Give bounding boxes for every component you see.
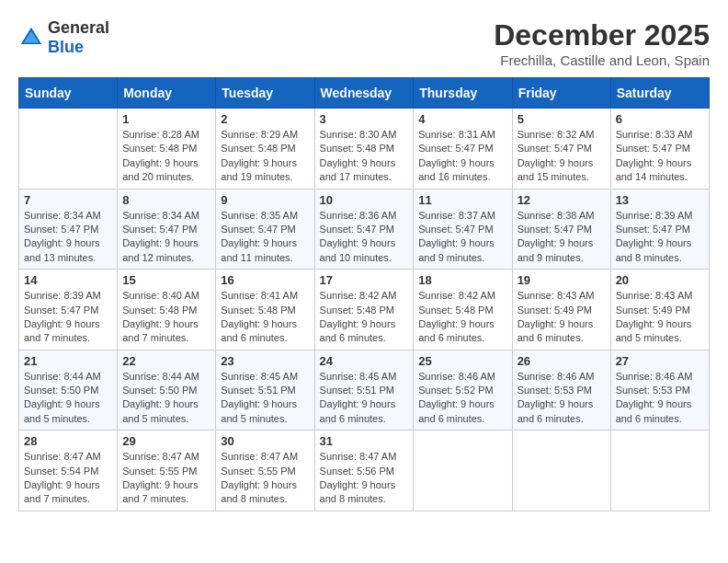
logo-general: General xyxy=(48,18,109,37)
day-info: Sunrise: 8:31 AM Sunset: 5:47 PM Dayligh… xyxy=(418,128,506,185)
calendar-week-row: 28Sunrise: 8:47 AM Sunset: 5:54 PM Dayli… xyxy=(19,431,710,511)
day-info: Sunrise: 8:39 AM Sunset: 5:47 PM Dayligh… xyxy=(24,289,112,346)
day-number: 10 xyxy=(320,193,409,207)
table-row: 1Sunrise: 8:28 AM Sunset: 5:48 PM Daylig… xyxy=(118,109,216,190)
calendar-header-row: Sunday Monday Tuesday Wednesday Thursday… xyxy=(19,78,710,109)
day-info: Sunrise: 8:43 AM Sunset: 5:49 PM Dayligh… xyxy=(616,289,704,346)
table-row: 7Sunrise: 8:34 AM Sunset: 5:47 PM Daylig… xyxy=(19,189,118,270)
day-number: 5 xyxy=(518,112,606,126)
calendar-week-row: 21Sunrise: 8:44 AM Sunset: 5:50 PM Dayli… xyxy=(19,350,710,431)
day-info: Sunrise: 8:37 AM Sunset: 5:47 PM Dayligh… xyxy=(418,209,506,266)
day-number: 7 xyxy=(24,193,112,207)
day-info: Sunrise: 8:46 AM Sunset: 5:52 PM Dayligh… xyxy=(418,370,506,427)
day-number: 1 xyxy=(122,112,210,126)
day-number: 28 xyxy=(24,434,112,448)
day-info: Sunrise: 8:30 AM Sunset: 5:48 PM Dayligh… xyxy=(320,128,409,185)
table-row: 30Sunrise: 8:47 AM Sunset: 5:55 PM Dayli… xyxy=(216,431,314,511)
day-number: 30 xyxy=(221,434,309,448)
table-row: 22Sunrise: 8:44 AM Sunset: 5:50 PM Dayli… xyxy=(118,350,216,431)
table-row: 12Sunrise: 8:38 AM Sunset: 5:47 PM Dayli… xyxy=(512,189,610,270)
day-info: Sunrise: 8:42 AM Sunset: 5:48 PM Dayligh… xyxy=(320,289,409,346)
day-number: 17 xyxy=(320,273,409,287)
col-tuesday: Tuesday xyxy=(216,78,314,109)
table-row: 5Sunrise: 8:32 AM Sunset: 5:47 PM Daylig… xyxy=(512,109,610,190)
day-info: Sunrise: 8:46 AM Sunset: 5:53 PM Dayligh… xyxy=(518,370,606,427)
table-row: 17Sunrise: 8:42 AM Sunset: 5:48 PM Dayli… xyxy=(314,270,414,350)
calendar-table: Sunday Monday Tuesday Wednesday Thursday… xyxy=(18,77,710,511)
day-number: 18 xyxy=(418,273,506,287)
day-info: Sunrise: 8:45 AM Sunset: 5:51 PM Dayligh… xyxy=(221,370,309,427)
table-row: 27Sunrise: 8:46 AM Sunset: 5:53 PM Dayli… xyxy=(610,350,709,431)
day-info: Sunrise: 8:32 AM Sunset: 5:47 PM Dayligh… xyxy=(518,128,606,185)
month-title: December 2025 xyxy=(494,18,710,52)
day-info: Sunrise: 8:39 AM Sunset: 5:47 PM Dayligh… xyxy=(616,209,704,266)
col-friday: Friday xyxy=(512,78,610,109)
day-info: Sunrise: 8:40 AM Sunset: 5:48 PM Dayligh… xyxy=(122,289,210,346)
table-row: 14Sunrise: 8:39 AM Sunset: 5:47 PM Dayli… xyxy=(19,270,118,350)
col-saturday: Saturday xyxy=(610,78,709,109)
day-info: Sunrise: 8:36 AM Sunset: 5:47 PM Dayligh… xyxy=(320,209,409,266)
table-row: 29Sunrise: 8:47 AM Sunset: 5:55 PM Dayli… xyxy=(118,431,216,511)
title-block: December 2025 Frechilla, Castille and Le… xyxy=(494,18,710,68)
day-number: 12 xyxy=(518,193,606,207)
table-row: 21Sunrise: 8:44 AM Sunset: 5:50 PM Dayli… xyxy=(19,350,118,431)
col-monday: Monday xyxy=(118,78,216,109)
day-number: 19 xyxy=(518,273,606,287)
day-info: Sunrise: 8:44 AM Sunset: 5:50 PM Dayligh… xyxy=(24,370,112,427)
table-row: 26Sunrise: 8:46 AM Sunset: 5:53 PM Dayli… xyxy=(512,350,610,431)
table-row: 28Sunrise: 8:47 AM Sunset: 5:54 PM Dayli… xyxy=(19,431,118,511)
day-number: 27 xyxy=(616,354,704,368)
table-row: 3Sunrise: 8:30 AM Sunset: 5:48 PM Daylig… xyxy=(314,109,414,190)
day-number: 21 xyxy=(24,354,112,368)
day-number: 29 xyxy=(122,434,210,448)
day-info: Sunrise: 8:28 AM Sunset: 5:48 PM Dayligh… xyxy=(122,128,210,185)
day-info: Sunrise: 8:47 AM Sunset: 5:55 PM Dayligh… xyxy=(122,450,210,507)
day-number: 23 xyxy=(221,354,309,368)
day-number: 20 xyxy=(616,273,704,287)
day-info: Sunrise: 8:44 AM Sunset: 5:50 PM Dayligh… xyxy=(122,370,210,427)
day-info: Sunrise: 8:41 AM Sunset: 5:48 PM Dayligh… xyxy=(221,289,309,346)
col-wednesday: Wednesday xyxy=(314,78,414,109)
table-row xyxy=(512,431,610,511)
day-number: 24 xyxy=(320,354,409,368)
table-row: 8Sunrise: 8:34 AM Sunset: 5:47 PM Daylig… xyxy=(118,189,216,270)
col-thursday: Thursday xyxy=(414,78,512,109)
day-number: 8 xyxy=(122,193,210,207)
table-row: 19Sunrise: 8:43 AM Sunset: 5:49 PM Dayli… xyxy=(512,270,610,350)
day-number: 22 xyxy=(122,354,210,368)
table-row: 16Sunrise: 8:41 AM Sunset: 5:48 PM Dayli… xyxy=(216,270,314,350)
table-row: 20Sunrise: 8:43 AM Sunset: 5:49 PM Dayli… xyxy=(610,270,709,350)
page-header: General Blue December 2025 Frechilla, Ca… xyxy=(18,18,710,68)
day-number: 13 xyxy=(616,193,704,207)
day-number: 6 xyxy=(616,112,704,126)
day-number: 9 xyxy=(221,193,309,207)
calendar-week-row: 1Sunrise: 8:28 AM Sunset: 5:48 PM Daylig… xyxy=(19,109,710,190)
day-info: Sunrise: 8:47 AM Sunset: 5:56 PM Dayligh… xyxy=(320,450,409,507)
day-number: 3 xyxy=(320,112,409,126)
logo-text: General Blue xyxy=(48,18,109,57)
table-row: 15Sunrise: 8:40 AM Sunset: 5:48 PM Dayli… xyxy=(118,270,216,350)
logo-icon xyxy=(18,25,44,51)
table-row: 31Sunrise: 8:47 AM Sunset: 5:56 PM Dayli… xyxy=(314,431,414,511)
table-row: 9Sunrise: 8:35 AM Sunset: 5:47 PM Daylig… xyxy=(216,189,314,270)
day-number: 14 xyxy=(24,273,112,287)
day-info: Sunrise: 8:33 AM Sunset: 5:47 PM Dayligh… xyxy=(616,128,704,185)
day-number: 16 xyxy=(221,273,309,287)
calendar-week-row: 7Sunrise: 8:34 AM Sunset: 5:47 PM Daylig… xyxy=(19,189,710,270)
table-row: 10Sunrise: 8:36 AM Sunset: 5:47 PM Dayli… xyxy=(314,189,414,270)
col-sunday: Sunday xyxy=(19,78,118,109)
location-title: Frechilla, Castille and Leon, Spain xyxy=(494,52,710,68)
day-info: Sunrise: 8:47 AM Sunset: 5:55 PM Dayligh… xyxy=(221,450,309,507)
day-number: 25 xyxy=(418,354,506,368)
table-row: 25Sunrise: 8:46 AM Sunset: 5:52 PM Dayli… xyxy=(414,350,512,431)
day-number: 31 xyxy=(320,434,409,448)
table-row: 2Sunrise: 8:29 AM Sunset: 5:48 PM Daylig… xyxy=(216,109,314,190)
day-info: Sunrise: 8:35 AM Sunset: 5:47 PM Dayligh… xyxy=(221,209,309,266)
day-number: 11 xyxy=(418,193,506,207)
table-row xyxy=(19,109,118,190)
day-info: Sunrise: 8:42 AM Sunset: 5:48 PM Dayligh… xyxy=(418,289,506,346)
day-number: 26 xyxy=(518,354,606,368)
day-number: 4 xyxy=(418,112,506,126)
table-row xyxy=(414,431,512,511)
calendar-week-row: 14Sunrise: 8:39 AM Sunset: 5:47 PM Dayli… xyxy=(19,270,710,350)
